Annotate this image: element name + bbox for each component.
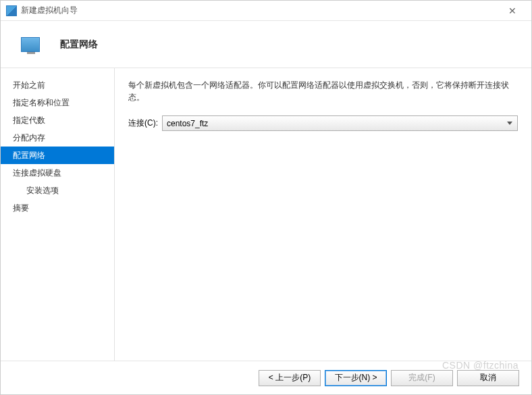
sidebar-item-name-location[interactable]: 指定名称和位置 xyxy=(1,94,114,111)
wizard-header: 配置网络 xyxy=(1,21,531,68)
step-sidebar: 开始之前 指定名称和位置 指定代数 分配内存 配置网络 连接虚拟硬盘 安装选项 … xyxy=(1,68,114,361)
sidebar-item-vhd[interactable]: 连接虚拟硬盘 xyxy=(1,164,114,182)
sidebar-item-summary[interactable]: 摘要 xyxy=(1,199,114,217)
finish-button[interactable]: 完成(F) xyxy=(391,370,453,386)
cancel-button[interactable]: 取消 xyxy=(457,370,519,386)
sidebar-item-networking[interactable]: 配置网络 xyxy=(1,147,114,164)
description-text: 每个新虚拟机包含一个网络适配器。你可以配置网络适配器以使用虚拟交换机，否则，它将… xyxy=(128,79,518,103)
sidebar-item-memory[interactable]: 分配内存 xyxy=(1,129,114,147)
wizard-body: 开始之前 指定名称和位置 指定代数 分配内存 配置网络 连接虚拟硬盘 安装选项 … xyxy=(1,68,531,361)
sidebar-item-before-you-begin[interactable]: 开始之前 xyxy=(1,76,114,94)
monitor-icon xyxy=(21,37,40,52)
app-icon xyxy=(6,5,17,16)
sidebar-item-generation[interactable]: 指定代数 xyxy=(1,111,114,129)
back-button[interactable]: < 上一步(P) xyxy=(259,370,321,386)
connection-row: 连接(C): centos7_ftz xyxy=(128,115,518,131)
connection-label: 连接(C): xyxy=(128,117,158,129)
next-button[interactable]: 下一步(N) > xyxy=(325,370,387,386)
connection-select-wrap: centos7_ftz xyxy=(162,115,518,131)
window-title: 新建虚拟机向导 xyxy=(21,5,499,16)
page-title: 配置网络 xyxy=(60,38,98,51)
wizard-footer: < 上一步(P) 下一步(N) > 完成(F) 取消 xyxy=(1,361,531,394)
sidebar-item-install-options[interactable]: 安装选项 xyxy=(1,182,114,199)
titlebar: 新建虚拟机向导 ✕ xyxy=(1,1,531,21)
main-panel: 每个新虚拟机包含一个网络适配器。你可以配置网络适配器以使用虚拟交换机，否则，它将… xyxy=(114,68,531,361)
close-button[interactable]: ✕ xyxy=(499,1,526,20)
connection-select[interactable]: centos7_ftz xyxy=(162,115,518,131)
